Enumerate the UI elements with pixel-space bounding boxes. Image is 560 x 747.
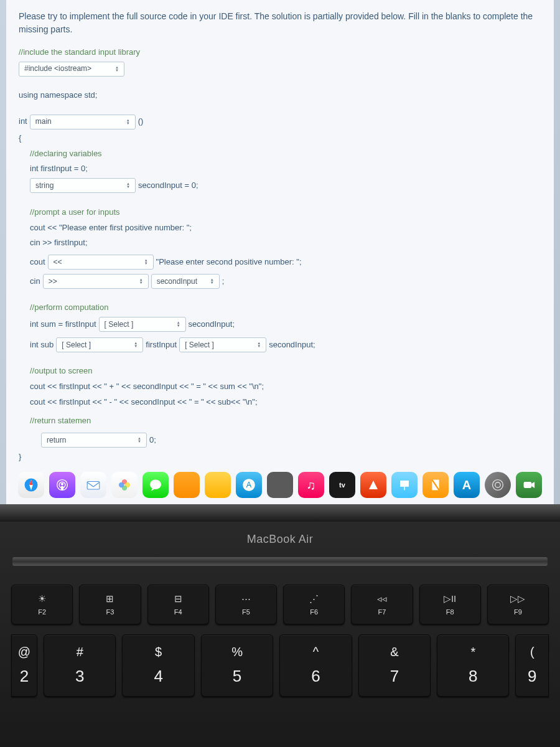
num-key-7[interactable]: &7: [358, 634, 431, 697]
stepper-icon: ▲▼: [134, 342, 138, 348]
stepper-icon: ▲▼: [126, 182, 130, 189]
key-number: 2: [20, 667, 29, 686]
fn-key-icon: ⋰: [309, 593, 319, 604]
operator-dropdown-2[interactable]: >> ▲▼: [43, 274, 149, 289]
fn-key-f4[interactable]: ⊟F4: [147, 585, 209, 624]
num-key-6[interactable]: ^6: [279, 634, 352, 697]
stepper-icon: ▲▼: [115, 66, 119, 72]
fn-key-icon: ▷▷: [510, 593, 525, 604]
laptop-body: MacBook Air ☀F2⊞F3⊟F4⋯F5⋰F6◃◃F7▷IIF8▷▷F9…: [0, 504, 560, 747]
app-store-icon[interactable]: A: [236, 472, 262, 498]
fn-key-icon: ⊞: [106, 593, 114, 604]
key-number: 4: [154, 667, 162, 686]
sum-prefix: int sum = firstInput: [30, 317, 96, 332]
fn-key-f9[interactable]: ▷▷F9: [487, 585, 549, 624]
select-label: [ Select ]: [185, 338, 214, 352]
num-key-8[interactable]: *8: [437, 634, 509, 697]
operator-dropdown-1[interactable]: << ▲▼: [48, 255, 154, 270]
comment-include: //include the standard input library: [19, 45, 541, 60]
fn-key-label: F5: [242, 608, 250, 616]
stepper-icon: ▲▼: [138, 437, 141, 443]
settings-icon[interactable]: [485, 472, 511, 498]
out-line-2: cout << firstInput << " - " << secondInp…: [19, 395, 541, 410]
fn-key-f3[interactable]: ⊞F3: [79, 585, 141, 624]
string-value: string: [35, 179, 54, 193]
key-symbol: #: [77, 645, 83, 659]
num-key-9[interactable]: (9: [515, 634, 548, 697]
macbook-label: MacBook Air: [0, 522, 560, 557]
key-symbol: &: [390, 645, 398, 659]
fn-key-label: F9: [514, 608, 522, 616]
key-symbol: ^: [313, 645, 319, 659]
comment-prompt: //prompt a user for inputs: [19, 205, 541, 220]
key-number: 8: [469, 667, 477, 686]
photos-icon[interactable]: [111, 472, 138, 498]
select-dropdown-2[interactable]: [ Select ] ▲▼: [56, 337, 143, 352]
include-dropdown[interactable]: #include <iostream> ▲▼: [19, 62, 124, 77]
cout-line-1: cout << "Please enter first positive num…: [19, 220, 541, 236]
var-dropdown-1[interactable]: secondInput ▲▼: [151, 274, 220, 289]
using-line: using namespace std;: [19, 88, 541, 103]
prompt2-text: "Please enter second positive number: ";: [156, 255, 302, 270]
select-dropdown-1[interactable]: [ Select ] ▲▼: [99, 317, 186, 332]
stepper-icon: ▲▼: [144, 259, 148, 265]
second-decl: secondInput = 0;: [138, 178, 198, 194]
music-icon[interactable]: ♫: [298, 472, 324, 498]
fn-key-label: F4: [174, 608, 182, 616]
safari-icon[interactable]: [18, 472, 44, 498]
select-dropdown-3[interactable]: [ Select ] ▲▼: [179, 337, 266, 352]
num-key-3[interactable]: #3: [44, 634, 116, 697]
app-store-a-icon[interactable]: A: [454, 472, 480, 498]
main-dropdown[interactable]: main ▲▼: [30, 115, 136, 129]
fn-key-label: F7: [378, 608, 386, 616]
fn-key-f2[interactable]: ☀F2: [11, 585, 73, 624]
function-key-row: ☀F2⊞F3⊟F4⋯F5⋰F6◃◃F7▷IIF8▷▷F9: [0, 566, 560, 632]
brace-close: }: [19, 449, 541, 465]
news-icon[interactable]: [360, 472, 386, 498]
gg-value: >>: [49, 275, 57, 289]
cout-keyword: cout: [30, 255, 45, 270]
podcasts-icon[interactable]: [49, 472, 75, 498]
pages-icon[interactable]: [422, 472, 449, 498]
num-key-4[interactable]: $4: [122, 634, 194, 697]
generic-app-icon[interactable]: [267, 472, 293, 498]
key-number: 7: [390, 667, 399, 686]
facetime-icon[interactable]: [516, 472, 542, 498]
tv-icon[interactable]: tv: [329, 472, 355, 498]
key-symbol: (: [530, 645, 534, 659]
folder-icon[interactable]: [174, 472, 200, 498]
secondinput-txt2: secondInput;: [269, 337, 315, 353]
key-symbol: *: [470, 645, 475, 659]
fn-key-icon: ▷II: [444, 593, 456, 604]
type-dropdown[interactable]: string ▲▼: [30, 178, 136, 193]
num-key-5[interactable]: %5: [201, 634, 273, 697]
key-symbol: $: [155, 645, 162, 659]
fn-key-f6[interactable]: ⋰F6: [283, 585, 345, 624]
fn-key-f7[interactable]: ◃◃F7: [351, 585, 413, 624]
keynote-icon[interactable]: [391, 472, 418, 498]
mail-icon[interactable]: [80, 472, 106, 498]
num-key-2[interactable]: @2: [11, 634, 37, 697]
fn-key-f5[interactable]: ⋯F5: [215, 585, 277, 624]
key-number: 3: [75, 667, 84, 686]
svg-text:A: A: [246, 481, 252, 489]
cin-line-1: cin >> firstInput;: [19, 235, 541, 251]
firstinput-txt: firstInput: [146, 337, 177, 353]
exercise-panel: Please try to implement the full source …: [6, 0, 554, 504]
messages-icon[interactable]: [142, 472, 169, 498]
fn-key-f8[interactable]: ▷IIF8: [419, 585, 481, 624]
semicolon: ;: [222, 274, 225, 289]
comment-return: //return statemen: [19, 413, 541, 429]
comment-compute: //perform computation: [19, 300, 541, 316]
key-number: 9: [528, 667, 536, 686]
svg-rect-6: [61, 486, 63, 490]
folder-icon-2[interactable]: [205, 472, 231, 498]
number-key-row: @2#3$4%5^6&7*8(9: [0, 632, 560, 699]
brace-open: {: [19, 131, 541, 146]
return-dropdown[interactable]: return ▲▼: [41, 433, 147, 448]
out-line-1: cout << firstInput << " + " << secondInp…: [19, 379, 541, 395]
stepper-icon: ▲▼: [126, 119, 130, 125]
return-value: return: [47, 433, 66, 448]
keyboard-groove: [12, 557, 548, 566]
svg-point-5: [61, 483, 63, 486]
